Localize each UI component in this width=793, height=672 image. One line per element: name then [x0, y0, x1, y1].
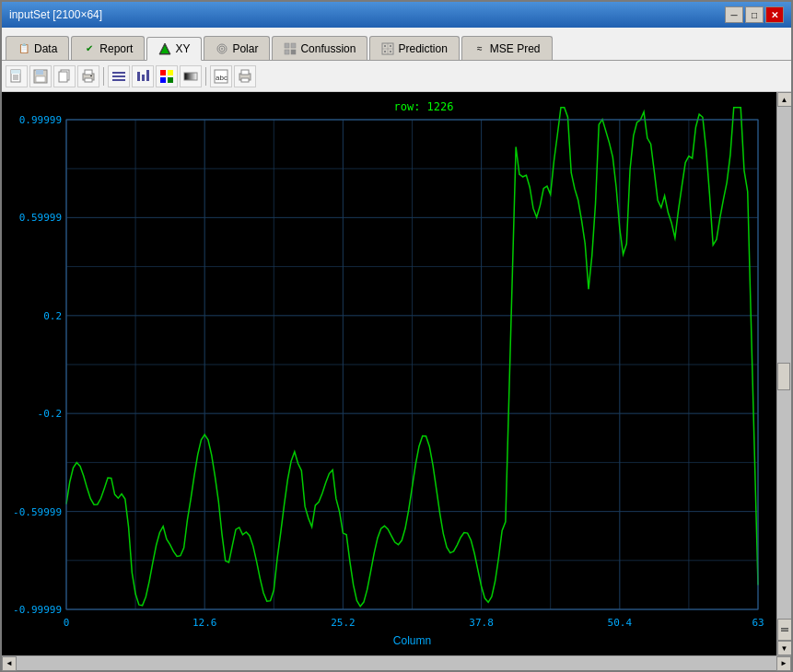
svg-rect-23: [36, 76, 45, 82]
svg-rect-8: [291, 50, 296, 54]
chart-canvas: [2, 92, 776, 655]
msepred-tab-icon: ≈: [473, 42, 486, 55]
svg-rect-22: [36, 70, 43, 75]
tab-polar-label: Polar: [232, 42, 258, 55]
toolbar-btn-save[interactable]: [29, 65, 52, 87]
toolbar-btn-gradient[interactable]: [180, 65, 202, 87]
svg-rect-29: [90, 75, 92, 76]
polar-tab-icon: [216, 42, 228, 55]
svg-rect-39: [168, 77, 173, 83]
tab-xy[interactable]: XY: [146, 37, 202, 61]
title-bar: inputSet [2100×64] ─ □ ✕: [2, 2, 791, 28]
scrollbar-vertical[interactable]: ▲ ▼: [776, 92, 791, 655]
tab-msepred-label: MSE Pred: [490, 42, 541, 55]
minimize-button[interactable]: ─: [725, 6, 743, 23]
tab-confussion-label: Confussion: [300, 42, 356, 55]
window-title: inputSet [2100×64]: [9, 8, 102, 21]
tab-msepred[interactable]: ≈ MSE Pred: [461, 36, 553, 60]
svg-rect-27: [85, 70, 92, 75]
svg-rect-6: [291, 43, 296, 48]
toolbar-btn-print[interactable]: [77, 65, 99, 87]
svg-rect-37: [168, 70, 173, 75]
toolbar-separator-2: [205, 67, 206, 86]
svg-rect-12: [384, 45, 386, 47]
svg-rect-40: [184, 73, 197, 80]
scrollbar-left-button[interactable]: ◄: [2, 656, 17, 671]
toolbar-btn-print2[interactable]: [234, 65, 256, 87]
tab-report-label: Report: [99, 42, 133, 55]
tab-prediction-label: Prediction: [398, 42, 447, 55]
scrollbar-up-button[interactable]: ▲: [777, 92, 792, 107]
svg-rect-14: [384, 51, 386, 52]
svg-rect-36: [160, 70, 166, 75]
toolbar-separator-1: [103, 67, 104, 86]
toolbar: abc: [2, 61, 791, 92]
svg-rect-17: [11, 70, 20, 74]
xy-tab-icon: [158, 42, 171, 55]
scrollbar-down-button[interactable]: ▼: [777, 641, 792, 655]
scrollbar-vertical-track[interactable]: [777, 107, 791, 619]
svg-rect-45: [241, 78, 249, 82]
maximize-button[interactable]: □: [745, 6, 764, 23]
toolbar-btn-bars[interactable]: [132, 65, 154, 87]
svg-rect-35: [146, 70, 149, 81]
svg-rect-25: [59, 72, 67, 82]
svg-rect-44: [241, 70, 249, 75]
main-content: ▲ ▼: [2, 92, 791, 655]
tab-report[interactable]: ✔ Report: [71, 36, 145, 60]
scrollbar-middle-button[interactable]: [777, 619, 792, 641]
svg-rect-34: [142, 75, 145, 81]
toolbar-btn-properties[interactable]: abc: [210, 65, 232, 87]
tab-confussion[interactable]: Confussion: [272, 36, 367, 60]
svg-point-4: [221, 48, 223, 50]
toolbar-btn-new[interactable]: [6, 65, 28, 87]
toolbar-btn-lines[interactable]: [108, 65, 130, 87]
tab-data-label: Data: [34, 42, 57, 55]
svg-rect-47: [781, 631, 788, 632]
svg-rect-15: [390, 51, 391, 52]
scrollbar-vertical-thumb[interactable]: [777, 363, 790, 390]
svg-rect-7: [285, 50, 289, 54]
scrollbar-horizontal-track[interactable]: [17, 656, 776, 670]
main-window: inputSet [2100×64] ─ □ ✕ 📋 Data ✔ Report…: [0, 0, 793, 672]
svg-rect-5: [285, 43, 289, 48]
confussion-tab-icon: [284, 42, 297, 55]
scrollbar-right-button[interactable]: ►: [776, 656, 791, 671]
toolbar-btn-copy[interactable]: [53, 65, 76, 87]
svg-rect-28: [85, 78, 92, 82]
svg-rect-38: [160, 77, 166, 83]
close-button[interactable]: ✕: [765, 6, 784, 23]
prediction-tab-icon: [381, 42, 394, 55]
toolbar-btn-colors[interactable]: [156, 65, 178, 87]
tab-data[interactable]: 📋 Data: [6, 36, 69, 60]
svg-text:abc: abc: [216, 74, 227, 82]
svg-rect-33: [137, 72, 140, 81]
chart-area: [2, 92, 776, 655]
data-tab-icon: 📋: [17, 42, 30, 55]
title-controls: ─ □ ✕: [725, 6, 784, 23]
tab-polar[interactable]: Polar: [204, 36, 270, 60]
tab-bar: 📋 Data ✔ Report XY P: [2, 28, 791, 61]
tab-prediction[interactable]: Prediction: [369, 36, 459, 60]
svg-rect-13: [390, 45, 391, 47]
report-tab-icon: ✔: [83, 42, 96, 55]
tab-xy-label: XY: [175, 42, 190, 55]
svg-rect-46: [781, 628, 788, 630]
scrollbar-horizontal[interactable]: ◄ ►: [2, 655, 791, 670]
